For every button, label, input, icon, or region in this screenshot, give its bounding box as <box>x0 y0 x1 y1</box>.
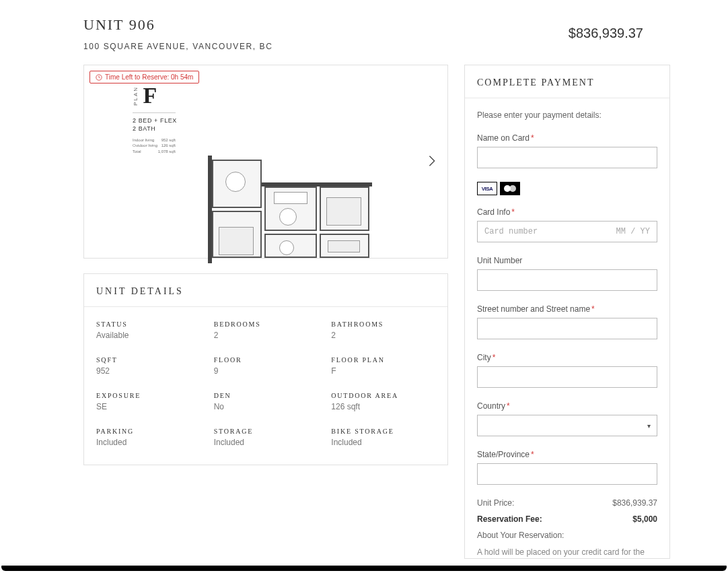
label-state: State/Province* <box>477 450 657 459</box>
plan-letter: F <box>143 83 155 108</box>
carousel-next-button[interactable] <box>426 155 439 168</box>
detail-bathrooms: BATHROOMS2 <box>331 320 435 340</box>
unit-details-title: UNIT DETAILS <box>96 286 435 297</box>
label-card-info: Card Info* <box>477 207 657 217</box>
label-country: Country* <box>477 401 657 411</box>
card-input-row <box>477 221 657 242</box>
unit-price: $836,939.37 <box>569 26 643 41</box>
header: UNIT 906 100 SQUARE AVENUE, VANCOUVER, B… <box>17 16 711 51</box>
label-city: City* <box>477 353 657 362</box>
input-unit-number[interactable] <box>477 269 657 291</box>
clock-icon <box>96 74 102 81</box>
detail-sqft: SQFT952 <box>96 356 201 376</box>
about-reservation-title: About Your Reservation: <box>477 531 657 540</box>
unit-details-card: UNIT DETAILS STATUSAvailable BEDROOMS2 B… <box>83 273 448 465</box>
input-name-on-card[interactable] <box>477 147 657 168</box>
field-name-on-card: Name on Card* <box>477 133 657 168</box>
field-street: Street number and Street name* <box>477 304 657 339</box>
mastercard-icon <box>500 182 520 195</box>
label-street: Street number and Street name* <box>477 304 657 314</box>
select-country[interactable] <box>477 415 657 436</box>
input-street[interactable] <box>477 318 657 339</box>
chevron-right-icon <box>426 155 438 167</box>
plan-beds: 2 BED + FLEX <box>133 117 177 124</box>
payment-summary: Unit Price: $836,939.37 Reservation Fee:… <box>477 498 657 558</box>
about-reservation-text: A hold will be placed on your credit car… <box>477 547 657 558</box>
card-brand-icons: VISA <box>477 182 657 195</box>
input-state[interactable] <box>477 463 657 485</box>
label-unit-number: Unit Number <box>477 256 657 265</box>
floorplan-card: Time Left to Reserve: 0h 54m PLAN F 2 BE… <box>83 65 448 259</box>
field-unit-number: Unit Number <box>477 256 657 291</box>
label-name-on-card: Name on Card* <box>477 133 657 143</box>
field-city: City* <box>477 353 657 388</box>
summary-reservation-fee: Reservation Fee: $5,000 <box>477 514 657 524</box>
field-country: Country* <box>477 401 657 436</box>
input-city[interactable] <box>477 366 657 388</box>
detail-status: STATUSAvailable <box>96 320 201 340</box>
reservation-timer: Time Left to Reserve: 0h 54m <box>89 71 199 83</box>
detail-floorplan: FLOOR PLANF <box>331 356 435 376</box>
input-card-expiry[interactable] <box>610 227 650 236</box>
plan-baths: 2 BATH <box>133 125 177 132</box>
plan-side-label: PLAN <box>133 86 139 106</box>
visa-icon: VISA <box>477 182 497 195</box>
plan-label-block: PLAN F 2 BED + FLEX 2 BATH Indoor living… <box>133 83 177 154</box>
detail-storage: STORAGEIncluded <box>214 428 318 447</box>
timer-text: Time Left to Reserve: 0h 54m <box>105 73 193 81</box>
detail-exposure: EXPOSURESE <box>96 392 201 411</box>
payment-title: COMPLETE PAYMENT <box>477 77 657 88</box>
detail-bedrooms: BEDROOMS2 <box>214 320 318 340</box>
summary-unit-price: Unit Price: $836,939.37 <box>477 498 657 508</box>
unit-title: UNIT 906 <box>83 16 569 34</box>
plan-specs: Indoor living952 sqft Outdoor living126 … <box>133 137 177 154</box>
field-card-info: Card Info* <box>477 207 657 242</box>
payment-card: COMPLETE PAYMENT Please enter your payme… <box>464 65 670 559</box>
unit-details-grid: STATUSAvailable BEDROOMS2 BATHROOMS2 SQF… <box>84 307 447 465</box>
input-card-number[interactable] <box>484 227 610 236</box>
detail-den: DENNo <box>214 392 318 411</box>
detail-floor: FLOOR9 <box>214 356 318 376</box>
field-state: State/Province* <box>477 450 657 485</box>
unit-address: 100 SQUARE AVENUE, VANCOUVER, BC <box>83 42 569 51</box>
detail-bikestorage: BIKE STORAGEIncluded <box>331 428 435 447</box>
detail-parking: PARKINGIncluded <box>96 428 201 447</box>
payment-intro: Please enter your payment details: <box>477 110 657 120</box>
floorplan-image <box>212 160 380 257</box>
detail-outdoor: OUTDOOR AREA126 sqft <box>331 392 435 411</box>
